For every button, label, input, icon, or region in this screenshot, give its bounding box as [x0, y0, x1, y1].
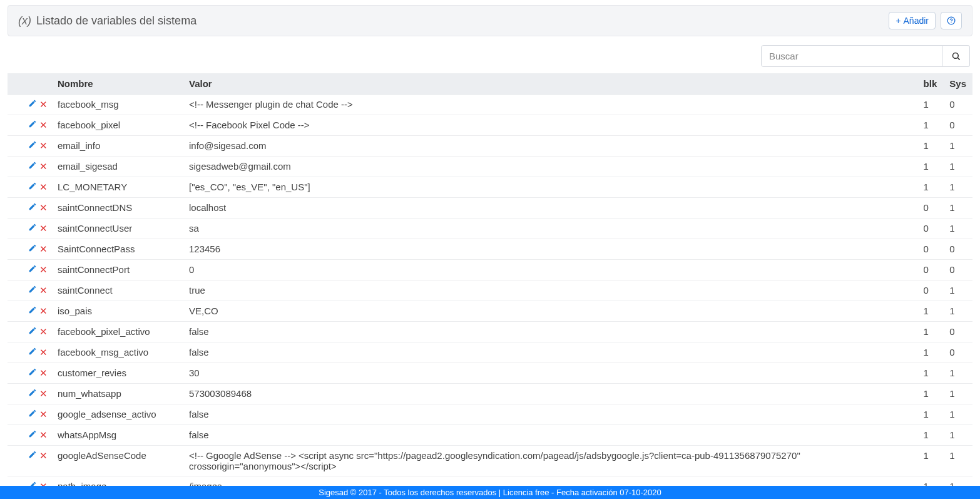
row-actions: ✕	[8, 198, 51, 219]
cell-blk: 1	[917, 342, 944, 363]
edit-icon[interactable]	[28, 306, 37, 316]
delete-icon[interactable]: ✕	[39, 347, 48, 358]
delete-icon[interactable]: ✕	[39, 409, 48, 420]
edit-icon[interactable]	[28, 182, 37, 192]
edit-icon[interactable]	[28, 223, 37, 234]
delete-icon[interactable]: ✕	[39, 285, 48, 296]
cell-blk: 1	[917, 177, 944, 198]
delete-icon[interactable]: ✕	[39, 223, 48, 234]
add-button[interactable]: + Añadir	[889, 12, 936, 29]
row-actions: ✕	[8, 136, 51, 157]
cell-sys: 1	[943, 404, 972, 425]
delete-icon[interactable]: ✕	[39, 120, 48, 131]
cell-valor: false	[183, 404, 917, 425]
col-actions	[8, 73, 51, 95]
cell-blk: 1	[917, 157, 944, 177]
delete-icon[interactable]: ✕	[39, 140, 48, 152]
row-actions: ✕	[8, 280, 51, 301]
cell-sys: 0	[943, 342, 972, 363]
search-input[interactable]	[761, 45, 942, 67]
row-actions: ✕	[8, 363, 51, 384]
cell-nombre: facebook_pixel_activo	[51, 322, 183, 342]
cell-valor: true	[183, 280, 917, 301]
cell-sys: 1	[943, 198, 972, 219]
cell-nombre: email_info	[51, 136, 183, 157]
edit-icon[interactable]	[28, 388, 37, 399]
edit-icon[interactable]	[28, 140, 37, 151]
cell-nombre: google_adsense_activo	[51, 404, 183, 425]
delete-icon[interactable]: ✕	[39, 368, 48, 379]
search-icon	[951, 51, 961, 61]
row-actions: ✕	[8, 157, 51, 177]
delete-icon[interactable]: ✕	[39, 99, 48, 110]
edit-icon[interactable]	[28, 409, 37, 419]
cell-blk: 1	[917, 363, 944, 384]
cell-blk: 1	[917, 95, 944, 115]
cell-valor: 0	[183, 260, 917, 280]
search-button[interactable]	[942, 45, 970, 67]
cell-nombre: facebook_msg_activo	[51, 342, 183, 363]
col-valor: Valor	[183, 73, 917, 95]
delete-icon[interactable]: ✕	[39, 430, 48, 441]
search-row	[8, 45, 972, 67]
cell-nombre: facebook_pixel	[51, 115, 183, 136]
table-row: ✕saintConnectUsersa01	[8, 219, 972, 239]
delete-icon[interactable]: ✕	[39, 161, 48, 172]
cell-valor: <!-- Ggoogle AdSense --> <script async s…	[183, 446, 917, 476]
help-button[interactable]	[941, 12, 962, 29]
cell-valor: sa	[183, 219, 917, 239]
delete-icon[interactable]: ✕	[39, 182, 48, 193]
cell-sys: 1	[943, 280, 972, 301]
table-row: ✕num_whatsapp57300308946811	[8, 384, 972, 404]
cell-nombre: iso_pais	[51, 301, 183, 322]
table-row: ✕saintConnectDNSlocalhost01	[8, 198, 972, 219]
cell-blk: 1	[917, 404, 944, 425]
cell-nombre: email_sigesad	[51, 157, 183, 177]
cell-valor: localhost	[183, 198, 917, 219]
table-row: ✕facebook_pixel_activofalse10	[8, 322, 972, 342]
delete-icon[interactable]: ✕	[39, 244, 48, 255]
table-row: ✕saintConnectPort000	[8, 260, 972, 280]
edit-icon[interactable]	[28, 264, 37, 275]
row-actions: ✕	[8, 342, 51, 363]
edit-icon[interactable]	[28, 450, 37, 461]
edit-icon[interactable]	[28, 368, 37, 378]
table-row: ✕google_adsense_activofalse11	[8, 404, 972, 425]
cell-valor: false	[183, 322, 917, 342]
page-title-text: Listado de variables del sistema	[36, 14, 197, 28]
delete-icon[interactable]: ✕	[39, 326, 48, 337]
edit-icon[interactable]	[28, 430, 37, 440]
cell-nombre: facebook_msg	[51, 95, 183, 115]
delete-icon[interactable]: ✕	[39, 306, 48, 317]
cell-sys: 1	[943, 384, 972, 404]
table-row: ✕email_sigesadsigesadweb@gmail.com11	[8, 157, 972, 177]
cell-nombre: LC_MONETARY	[51, 177, 183, 198]
row-actions: ✕	[8, 239, 51, 260]
edit-icon[interactable]	[28, 202, 37, 213]
edit-icon[interactable]	[28, 326, 37, 337]
edit-icon[interactable]	[28, 347, 37, 358]
cell-blk: 0	[917, 239, 944, 260]
delete-icon[interactable]: ✕	[39, 450, 48, 461]
edit-icon[interactable]	[28, 161, 37, 172]
edit-icon[interactable]	[28, 244, 37, 254]
cell-blk: 1	[917, 322, 944, 342]
delete-icon[interactable]: ✕	[39, 202, 48, 213]
cell-blk: 0	[917, 198, 944, 219]
delete-icon[interactable]: ✕	[39, 264, 48, 275]
table-row: ✕googleAdSenseCode<!-- Ggoogle AdSense -…	[8, 446, 972, 476]
row-actions: ✕	[8, 404, 51, 425]
cell-valor: 573003089468	[183, 384, 917, 404]
edit-icon[interactable]	[28, 99, 37, 110]
cell-sys: 1	[943, 425, 972, 446]
cell-blk: 1	[917, 384, 944, 404]
cell-valor: false	[183, 425, 917, 446]
col-sys: Sys	[943, 73, 972, 95]
plus-icon: +	[896, 16, 901, 26]
cell-nombre: saintConnectUser	[51, 219, 183, 239]
edit-icon[interactable]	[28, 120, 37, 130]
cell-blk: 1	[917, 136, 944, 157]
delete-icon[interactable]: ✕	[39, 388, 48, 399]
table-row: ✕customer_revies3011	[8, 363, 972, 384]
edit-icon[interactable]	[28, 285, 37, 296]
